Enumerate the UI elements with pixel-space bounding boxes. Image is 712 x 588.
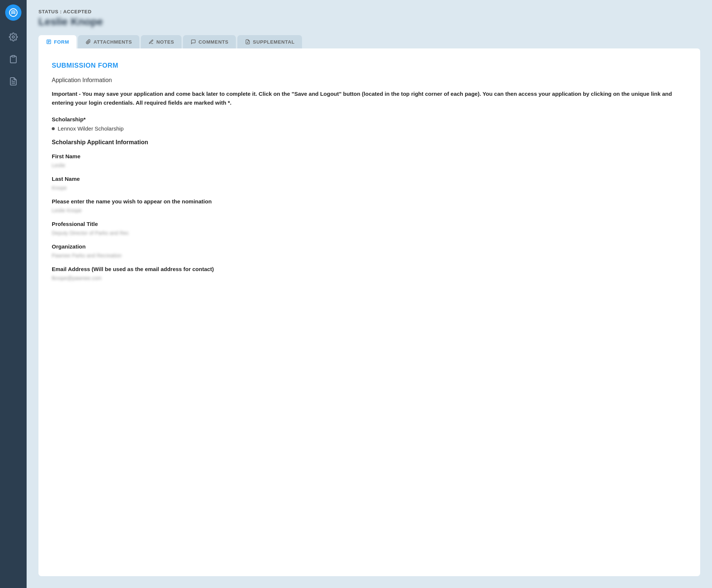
form-icon: [46, 39, 52, 45]
header: STATUS : ACCEPTED Leslie Knope: [27, 0, 712, 35]
scholarship-value: Lennox Wilder Scholarship: [58, 125, 123, 132]
form-content[interactable]: SUBMISSION FORM Application Information …: [38, 48, 700, 576]
sidebar: [0, 0, 27, 588]
nomination-name-section: Please enter the name you wish to appear…: [52, 198, 682, 213]
nomination-name-value: Leslie Knope: [52, 207, 682, 213]
notes-icon: [148, 39, 154, 45]
first-name-value: Leslie: [52, 162, 682, 168]
applicant-info-heading: Scholarship Applicant Information: [52, 139, 682, 146]
tab-supplemental-label: SUPPLEMENTAL: [253, 39, 295, 45]
organization-value: Pawnee Parks and Recreation: [52, 253, 682, 258]
organization-label: Organization: [52, 243, 682, 250]
email-section: Email Address (Will be used as the email…: [52, 266, 682, 281]
organization-section: Organization Pawnee Parks and Recreation: [52, 243, 682, 258]
tabs-container: FORM ATTACHMENTS NOTES: [27, 35, 712, 48]
svg-point-1: [12, 36, 14, 38]
supplemental-icon: [245, 39, 251, 45]
tab-form-label: FORM: [54, 39, 69, 45]
scholarship-section: Scholarship* Lennox Wilder Scholarship: [52, 116, 682, 132]
first-name-label: First Name: [52, 153, 682, 159]
tab-attachments[interactable]: ATTACHMENTS: [78, 35, 139, 48]
tab-supplemental[interactable]: SUPPLEMENTAL: [237, 35, 302, 48]
scholarship-label: Scholarship*: [52, 116, 682, 122]
last-name-section: Last Name Knope: [52, 176, 682, 191]
tab-comments[interactable]: COMMENTS: [183, 35, 236, 48]
tab-comments-label: COMMENTS: [199, 39, 228, 45]
professional-title-value: Deputy Director of Parks and Rec: [52, 230, 682, 236]
scholarship-item: Lennox Wilder Scholarship: [52, 125, 682, 132]
applicant-name: Leslie Knope: [38, 16, 700, 28]
applicant-info-section: Scholarship Applicant Information: [52, 139, 682, 146]
main-content: STATUS : ACCEPTED Leslie Knope FORM ATTA: [27, 0, 712, 588]
tab-attachments-label: ATTACHMENTS: [94, 39, 132, 45]
email-value: lknope@pawnee.com: [52, 275, 682, 281]
email-label: Email Address (Will be used as the email…: [52, 266, 682, 272]
document-icon[interactable]: [7, 75, 19, 87]
bullet-icon: [52, 127, 55, 130]
tab-form[interactable]: FORM: [38, 35, 77, 48]
clipboard-icon[interactable]: [7, 53, 19, 65]
professional-title-label: Professional Title: [52, 221, 682, 227]
svg-point-0: [10, 9, 17, 17]
app-logo[interactable]: [5, 4, 21, 21]
tab-notes[interactable]: NOTES: [141, 35, 182, 48]
form-title: SUBMISSION FORM: [52, 62, 682, 70]
nomination-name-label: Please enter the name you wish to appear…: [52, 198, 682, 205]
last-name-value: Knope: [52, 185, 682, 191]
comments-icon: [190, 39, 196, 45]
svg-rect-2: [12, 55, 15, 57]
important-text: Important - You may save your applicatio…: [52, 89, 682, 107]
professional-title-section: Professional Title Deputy Director of Pa…: [52, 221, 682, 236]
content-area: SUBMISSION FORM Application Information …: [38, 48, 700, 576]
last-name-label: Last Name: [52, 176, 682, 182]
first-name-section: First Name Leslie: [52, 153, 682, 168]
tab-notes-label: NOTES: [156, 39, 174, 45]
gear-icon[interactable]: [7, 31, 19, 43]
status-label: STATUS : ACCEPTED: [38, 9, 700, 14]
application-info-heading: Application Information: [52, 77, 682, 84]
attachments-icon: [85, 39, 91, 45]
